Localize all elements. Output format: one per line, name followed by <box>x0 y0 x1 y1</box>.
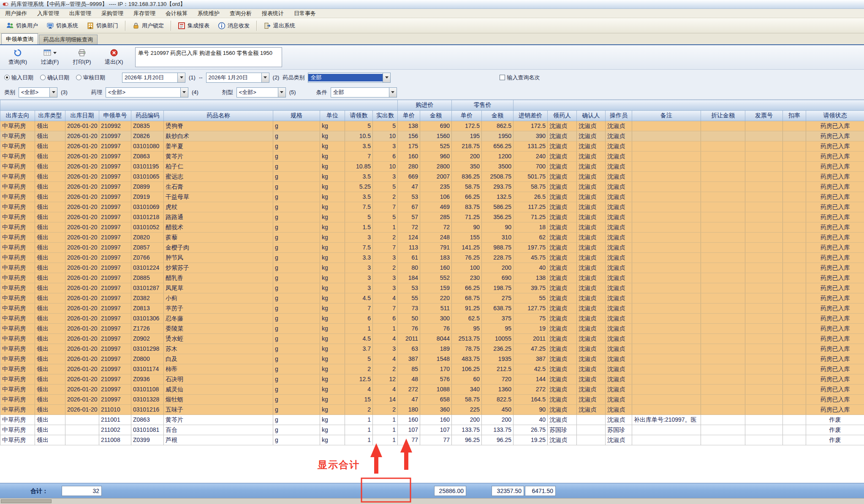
col-header-dispenser[interactable]: 领药人 <box>548 111 577 121</box>
table-row[interactable]: 中草药房领出2026-01-2021099703101287凤尾草gkg3353… <box>0 283 864 293</box>
menu-item-outbound[interactable]: 出库管理 <box>64 9 96 18</box>
table-row[interactable]: 中草药房领出2026-01-2021099703101052醋莪术gkg1.51… <box>0 222 864 233</box>
col-header-retail-unit-price[interactable]: 单价 <box>452 111 482 121</box>
col-header-status[interactable]: 请领状态 <box>806 111 864 121</box>
table-row[interactable]: 中草药房领出2026-01-20210997Z1726委陵菜gkg1176769… <box>0 324 864 334</box>
table-row[interactable]: 中草药房领出2026-01-2021099703101195柏子仁gkg10.8… <box>0 162 864 172</box>
table-row[interactable]: 中草药房领出2026-01-2021099703101069虎杖gkg7.576… <box>0 202 864 212</box>
table-row[interactable]: 中草药房领出2026-01-2021099703101218路路通gkg5557… <box>0 212 864 222</box>
table-row[interactable]: 中草药房领出2026-01-20210997Z0863黄芩片gkg7616096… <box>0 152 864 162</box>
query-button[interactable]: 查询(R) <box>2 46 34 68</box>
col-header-requisition-no[interactable]: 申领单号 <box>99 111 131 121</box>
switch-system-button[interactable]: 切换系统 <box>43 20 82 32</box>
filter-dropdown-arrow-icon[interactable] <box>53 52 57 54</box>
table-row[interactable]: 中草药房领出2026-01-20210997Z0936石决明gkg12.5124… <box>0 374 864 385</box>
radio-confirm-date[interactable]: 确认日期 <box>40 74 69 81</box>
table-row[interactable]: 中草药房领出2026-01-20210997Z0919干益母草gkg3.5253… <box>0 192 864 202</box>
menu-item-purchase[interactable]: 采购管理 <box>96 9 128 18</box>
date-to-dropdown-button[interactable] <box>261 73 269 82</box>
table-row[interactable]: 中草药房领出2026-01-20210997Z0857金樱子肉gkg7.5711… <box>0 243 864 253</box>
table-row[interactable]: 中草药房领出211001Z0863黄芩片gkg1116016020020040沈… <box>0 415 864 425</box>
table-row[interactable]: 中草药房领出2026-01-2021099703101108威灵仙gkg4427… <box>0 385 864 395</box>
category-combo[interactable]: <全部> <box>19 87 57 98</box>
col-header-destination[interactable]: 出库去向 <box>0 111 35 121</box>
message-button[interactable]: 消息收发 <box>214 20 253 32</box>
exit-system-button[interactable]: 退出系统 <box>260 20 299 32</box>
switch-department-button[interactable]: 切换部门 <box>83 20 122 32</box>
exit-button[interactable]: 退出(X) <box>98 46 130 68</box>
table-row[interactable]: 中草药房领出2026-01-2021099703101065蜜远志gkg3.53… <box>0 172 864 182</box>
menu-item-inventory[interactable]: 库存管理 <box>128 9 160 18</box>
col-header-rate[interactable]: 扣率 <box>783 111 806 121</box>
col-header-drug-name[interactable]: 药品名称 <box>164 111 273 121</box>
dosage-form-dropdown-button[interactable] <box>278 88 285 97</box>
col-header-purchase-unit-price[interactable]: 单价 <box>398 111 420 121</box>
menu-item-user-ops[interactable]: 用户操作 <box>0 9 32 18</box>
table-row[interactable]: 中草药房领出2026-01-20210997Z0382小蓟gkg4.545522… <box>0 293 864 303</box>
table-row[interactable]: 中草药房领出2026-01-20210992Z0835烫狗脊gkg5513869… <box>0 121 864 131</box>
menu-item-report-stats[interactable]: 报表统计 <box>257 9 289 18</box>
integrated-report-button[interactable]: 集成报表 <box>174 20 213 32</box>
tab-requisition-query[interactable]: 申领单查询 <box>1 33 38 44</box>
col-header-qty-requested[interactable]: 请领数 <box>345 111 373 121</box>
col-header-unit[interactable]: 单位 <box>320 111 345 121</box>
radio-input-date[interactable]: 输入日期 <box>4 74 33 81</box>
table-row[interactable]: 中草药房领出2026-01-20210997Z0800白及gkg54387154… <box>0 354 864 364</box>
category-dropdown-button[interactable] <box>49 88 57 97</box>
table-row[interactable]: 中草药房领出2026-01-2021099703101080姜半夏gkg3.53… <box>0 141 864 152</box>
menu-item-daily[interactable]: 日常事务 <box>289 9 321 18</box>
condition-dropdown-button[interactable] <box>389 88 397 97</box>
table-row[interactable]: 中草药房领出2026-01-2021099703101298苏木gkg3.736… <box>0 344 864 354</box>
col-header-spec[interactable]: 规格 <box>273 111 320 121</box>
col-header-operator[interactable]: 操作员 <box>606 111 632 121</box>
col-header-price-diff[interactable]: 进销差价 <box>514 111 548 121</box>
drug-category-dropdown-button[interactable] <box>383 73 390 82</box>
scrollbar-thumb[interactable] <box>1 499 52 503</box>
table-row[interactable]: 中草药房领出2026-01-2021099703101328煅牡蛎gkg1514… <box>0 395 864 405</box>
dosage-form-combo[interactable]: <全部> <box>236 87 286 98</box>
print-button[interactable]: 打印(P) <box>66 46 98 68</box>
date-from-combo[interactable]: 2026年 1月20日 <box>122 73 185 83</box>
table-row[interactable]: 中草药房领出2026-01-20210997Z0826麸炒白术gkg10.510… <box>0 131 864 141</box>
table-row[interactable]: 中草药房领出21100203101081百合gkg11107107133.751… <box>0 425 864 435</box>
table-row[interactable]: 中草药房领出2026-01-20210997Z0813葶苈子gkg7773511… <box>0 303 864 314</box>
horizontal-scrollbar[interactable] <box>0 498 864 504</box>
condition-combo[interactable]: 全部 <box>331 87 397 98</box>
menu-item-inbound[interactable]: 入库管理 <box>32 9 64 18</box>
col-header-outbound-type[interactable]: 出库类型 <box>35 111 65 121</box>
grid-cell: 2007 <box>420 172 452 182</box>
table-row[interactable]: 中草药房领出2026-01-20210997Z0899生石膏gkg5.25547… <box>0 182 864 192</box>
col-header-qty-issued[interactable]: 实出数 <box>373 111 398 121</box>
table-row[interactable]: 中草药房领出2026-01-2021099703101306忍冬藤gkg6650… <box>0 314 864 324</box>
menu-item-accounting[interactable]: 会计核算 <box>160 9 193 18</box>
tab-outbound-detail-query[interactable]: 药品出库明细账查询 <box>39 35 98 44</box>
col-header-purchase-amount[interactable]: 金额 <box>420 111 452 121</box>
table-row[interactable]: 中草药房领出2026-01-2021099703101224炒紫苏子gkg328… <box>0 263 864 273</box>
menu-item-query-analysis[interactable]: 查询分析 <box>225 9 257 18</box>
query-name-checkbox[interactable]: 输入查询名次 <box>500 74 540 81</box>
pharmacology-combo[interactable]: <全部> <box>106 87 188 98</box>
col-header-remark[interactable]: 备注 <box>632 111 701 121</box>
radio-audit-date[interactable]: 审核日期 <box>76 74 105 81</box>
drug-category-combo[interactable]: 全部 <box>308 73 391 83</box>
table-row[interactable]: 中草药房领出2026-01-2021099703101174柿蒂gkg22851… <box>0 364 864 374</box>
user-lock-button[interactable]: 用户锁定 <box>128 20 168 32</box>
menu-item-maintenance[interactable]: 系统维护 <box>193 9 225 18</box>
col-header-retail-amount[interactable]: 金额 <box>482 111 514 121</box>
table-row[interactable]: 中草药房领出211008Z0399芦根gkg11777796.2596.2519… <box>0 435 864 445</box>
date-to-combo[interactable]: 2026年 1月20日 <box>206 73 269 83</box>
date-from-dropdown-button[interactable] <box>177 73 185 82</box>
table-row[interactable]: 中草药房领出2026-01-20210997Z0885醋乳香gkg3318455… <box>0 273 864 283</box>
table-row[interactable]: 中草药房领出2026-01-20210997Z0902烫水蛭gkg4.54201… <box>0 334 864 344</box>
col-header-outbound-date[interactable]: 出库日期 <box>65 111 99 121</box>
table-row[interactable]: 中草药房领出2026-01-20210997Z0820蒺藜gkg32124248… <box>0 233 864 243</box>
table-row[interactable]: 中草药房领出2026-01-20210997Z0766肿节风gkg3.33611… <box>0 253 864 263</box>
col-header-confirmer[interactable]: 确认人 <box>577 111 606 121</box>
col-header-drug-code[interactable]: 药品编码 <box>131 111 164 121</box>
table-row[interactable]: 中草药房领出2026-01-2021101003101216五味子gkg2218… <box>0 405 864 415</box>
col-header-invoice-no[interactable]: 发票号 <box>745 111 783 121</box>
col-header-discount-amount[interactable]: 折让金额 <box>701 111 745 121</box>
switch-user-button[interactable]: 切换用户 <box>3 20 42 32</box>
filter-button[interactable]: 过滤(F) <box>34 46 66 68</box>
pharmacology-dropdown-button[interactable] <box>180 88 188 97</box>
